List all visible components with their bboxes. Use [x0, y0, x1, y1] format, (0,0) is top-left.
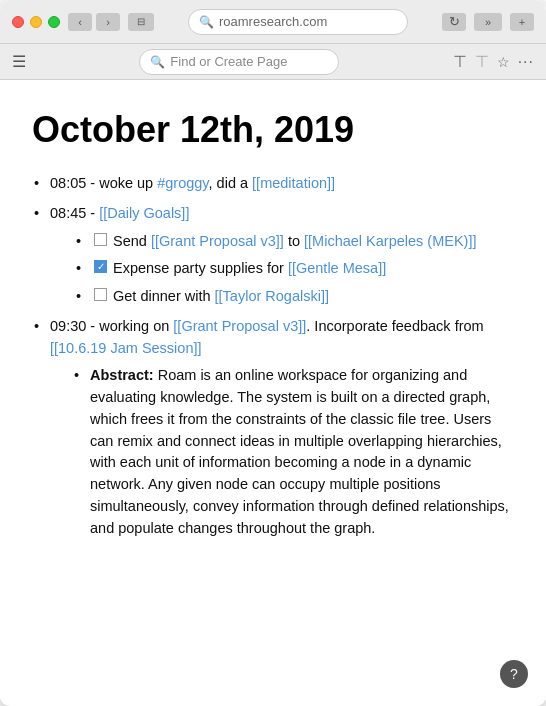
more-options-icon[interactable]: ··· — [518, 53, 534, 71]
checkbox-expense[interactable]: ✓ — [94, 260, 107, 273]
forward-button[interactable]: › — [96, 13, 120, 31]
list-item: 08:05 - woke up #groggy, did a [[meditat… — [32, 173, 514, 195]
new-tab-button[interactable]: + — [510, 13, 534, 31]
search-magnify-icon: 🔍 — [150, 55, 165, 69]
link-gentle-mesa[interactable]: [[Gentle Mesa]] — [288, 260, 386, 276]
link-taylor-rogalski[interactable]: [[Taylor Rogalski]] — [215, 288, 329, 304]
list-item-checkbox: Send [[Grant Proposal v3]] to [[Michael … — [72, 231, 514, 253]
address-bar[interactable]: 🔍 roamresearch.com — [188, 9, 408, 35]
hamburger-icon[interactable]: ☰ — [12, 52, 26, 71]
search-icon: 🔍 — [199, 15, 214, 29]
list-item: 09:30 - working on [[Grant Proposal v3]]… — [32, 316, 514, 540]
list-item-checkbox: ✓ Expense party supplies for [[Gentle Me… — [72, 258, 514, 280]
page-content: October 12th, 2019 08:05 - woke up #grog… — [0, 80, 546, 706]
list-item: 08:45 - [[Daily Goals]] Send [[Grant Pro… — [32, 203, 514, 308]
checkbox-dinner[interactable] — [94, 288, 107, 301]
link-michael-karpeles[interactable]: [[Michael Karpeles (MEK)]] — [304, 233, 476, 249]
search-input[interactable]: 🔍 Find or Create Page — [139, 49, 339, 75]
list-item-checkbox: Get dinner with [[Taylor Rogalski]] — [72, 286, 514, 308]
link-meditation[interactable]: [[meditation]] — [252, 175, 335, 191]
bullet-text: 09:30 - working on [[Grant Proposal v3]]… — [50, 318, 484, 356]
tag-groggy[interactable]: #groggy — [157, 175, 208, 191]
filter2-icon[interactable]: ⊤ — [475, 52, 489, 71]
link-jam-session[interactable]: [[10.6.19 Jam Session]] — [50, 340, 202, 356]
checkbox-send[interactable] — [94, 233, 107, 246]
filter-icon[interactable]: ⊤ — [453, 52, 467, 71]
overflow-button[interactable]: » — [474, 13, 502, 31]
help-button[interactable]: ? — [500, 660, 528, 688]
close-button[interactable] — [12, 16, 24, 28]
abstract-content: Roam is an online workspace for organizi… — [90, 367, 509, 535]
nested-list: Send [[Grant Proposal v3]] to [[Michael … — [50, 231, 514, 308]
search-bar-area: 🔍 roamresearch.com — [162, 9, 434, 35]
help-icon: ? — [510, 666, 518, 682]
search-placeholder-text: Find or Create Page — [170, 54, 287, 69]
toolbar-icons: ⊤ ⊤ ☆ ··· — [453, 52, 534, 71]
bullet-list: 08:05 - woke up #groggy, did a [[meditat… — [32, 173, 514, 539]
bullet-text: 08:45 - [[Daily Goals]] — [50, 205, 189, 221]
url-text: roamresearch.com — [219, 14, 327, 29]
title-bar: ‹ › ⊟ 🔍 roamresearch.com ↻ » + — [0, 0, 546, 44]
checkbox-label: Get dinner with [[Taylor Rogalski]] — [113, 286, 329, 308]
traffic-lights — [12, 16, 60, 28]
link-grant-proposal-v3-2[interactable]: [[Grant Proposal v3]] — [173, 318, 306, 334]
checkbox-label: Expense party supplies for [[Gentle Mesa… — [113, 258, 386, 280]
abstract-bold-label: Abstract: — [90, 367, 154, 383]
link-grant-proposal-v3[interactable]: [[Grant Proposal v3]] — [151, 233, 284, 249]
bullet-text: 08:05 - woke up #groggy, did a [[meditat… — [50, 175, 335, 191]
fullscreen-button[interactable] — [48, 16, 60, 28]
page-title: October 12th, 2019 — [32, 108, 514, 151]
checkbox-label: Send [[Grant Proposal v3]] to [[Michael … — [113, 231, 477, 253]
toolbar-row: ☰ 🔍 Find or Create Page ⊤ ⊤ ☆ ··· — [0, 44, 546, 80]
tab-switcher-button[interactable]: ⊟ — [128, 13, 154, 31]
reload-button[interactable]: ↻ — [442, 13, 466, 31]
link-daily-goals[interactable]: [[Daily Goals]] — [99, 205, 189, 221]
abstract-block: Abstract: Roam is an online workspace fo… — [50, 365, 514, 539]
star-icon[interactable]: ☆ — [497, 54, 510, 70]
nav-buttons: ‹ › — [68, 13, 120, 31]
minimize-button[interactable] — [30, 16, 42, 28]
back-button[interactable]: ‹ — [68, 13, 92, 31]
abstract-text: Abstract: Roam is an online workspace fo… — [72, 365, 514, 539]
